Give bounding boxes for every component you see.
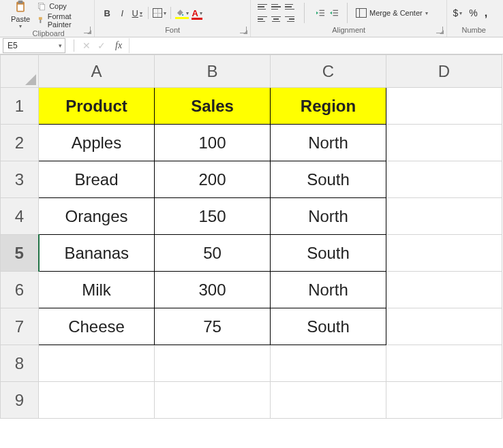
cell-B5[interactable]: 50 xyxy=(155,235,271,272)
row-header-1[interactable]: 1 xyxy=(1,88,39,125)
formula-bar-input[interactable] xyxy=(129,38,503,53)
cell-A1[interactable]: Product xyxy=(39,88,155,125)
align-left-button[interactable] xyxy=(256,14,269,25)
cell-C2[interactable]: North xyxy=(271,125,386,161)
cell-C1[interactable]: Region xyxy=(271,88,386,125)
fx-icon[interactable]: fx xyxy=(115,40,122,51)
ribbon-group-clipboard: Paste ▾ Copy Format Painter Clipboard xyxy=(3,0,95,37)
cell-C9[interactable] xyxy=(271,382,386,419)
bold-button[interactable]: B xyxy=(100,6,114,20)
cell-D4[interactable] xyxy=(386,198,502,235)
svg-rect-4 xyxy=(40,4,45,10)
cell-A2[interactable]: Apples xyxy=(39,125,155,161)
cell-D2[interactable] xyxy=(386,125,502,161)
cell-D3[interactable] xyxy=(386,161,502,198)
font-color-button[interactable]: A ▾ xyxy=(190,6,204,20)
underline-button[interactable]: U▾ xyxy=(130,6,144,20)
spreadsheet-grid[interactable]: A B C D 1 Product Sales Region 2 Apples … xyxy=(0,54,503,419)
cell-B1[interactable]: Sales xyxy=(155,88,271,125)
align-middle-button[interactable] xyxy=(270,1,282,12)
border-icon xyxy=(153,8,162,18)
svg-rect-2 xyxy=(18,5,23,11)
border-button[interactable]: ▾ xyxy=(153,6,166,20)
cell-B2[interactable]: 100 xyxy=(155,125,271,161)
decrease-indent-button[interactable] xyxy=(313,7,325,18)
cell-A5[interactable]: Bananas xyxy=(39,235,155,272)
col-header-C[interactable]: C xyxy=(271,55,386,88)
row-header-6[interactable]: 6 xyxy=(1,272,39,308)
cell-D1[interactable] xyxy=(386,88,502,125)
cell-C7[interactable]: South xyxy=(271,308,386,345)
paste-button[interactable]: Paste ▾ xyxy=(8,0,33,29)
row-header-2[interactable]: 2 xyxy=(1,125,39,161)
align-center-button[interactable] xyxy=(270,14,282,25)
format-painter-label: Format Painter xyxy=(48,12,89,29)
enter-formula-icon[interactable]: ✓ xyxy=(97,40,106,51)
accounting-format-button[interactable]: $ xyxy=(453,7,458,18)
col-header-D[interactable]: D xyxy=(386,55,502,88)
ribbon-group-label-font: Font xyxy=(95,26,250,37)
font-launcher-icon[interactable] xyxy=(240,27,247,33)
cell-C5[interactable]: South xyxy=(271,235,386,272)
cell-C8[interactable] xyxy=(271,345,386,382)
cell-B4[interactable]: 150 xyxy=(155,198,271,235)
name-box[interactable]: E5 ▾ xyxy=(3,38,65,53)
col-header-A[interactable]: A xyxy=(39,55,155,88)
clipboard-launcher-icon[interactable] xyxy=(84,27,91,33)
row-header-5[interactable]: 5 xyxy=(1,235,39,272)
cell-A4[interactable]: Oranges xyxy=(39,198,155,235)
paintbrush-icon xyxy=(37,16,45,25)
cell-C3[interactable]: South xyxy=(271,161,386,198)
align-right-button[interactable] xyxy=(284,14,296,25)
clipboard-icon xyxy=(14,0,27,14)
increase-indent-button[interactable] xyxy=(326,7,339,18)
cell-B3[interactable]: 200 xyxy=(155,161,271,198)
merge-center-button[interactable]: Merge & Center ▾ xyxy=(356,8,428,18)
ribbon-group-label-number: Numbe xyxy=(447,26,500,37)
row-header-9[interactable]: 9 xyxy=(1,382,39,419)
cancel-formula-icon[interactable]: ✕ xyxy=(82,40,91,51)
align-bottom-button[interactable] xyxy=(284,1,296,12)
select-all-corner[interactable] xyxy=(1,55,39,88)
svg-rect-1 xyxy=(18,1,23,3)
cell-C6[interactable]: North xyxy=(271,272,386,308)
ribbon-group-alignment: Merge & Center ▾ Alignment xyxy=(251,0,447,37)
ribbon: Paste ▾ Copy Format Painter Clipboard B … xyxy=(0,0,503,37)
copy-button[interactable]: Copy xyxy=(37,1,89,11)
cell-B6[interactable]: 300 xyxy=(155,272,271,308)
cell-C4[interactable]: North xyxy=(271,198,386,235)
fill-color-button[interactable]: ▾ xyxy=(175,8,189,18)
increase-indent-icon xyxy=(328,9,340,17)
merge-center-label: Merge & Center xyxy=(369,9,423,17)
cell-D9[interactable] xyxy=(386,382,502,419)
cell-D6[interactable] xyxy=(386,272,502,308)
svg-point-7 xyxy=(182,14,183,16)
cell-A3[interactable]: Bread xyxy=(39,161,155,198)
cell-A6[interactable]: Milk xyxy=(39,272,155,308)
format-painter-button[interactable]: Format Painter xyxy=(37,12,89,29)
comma-format-button[interactable]: , xyxy=(485,7,487,19)
cell-A7[interactable]: Cheese xyxy=(39,308,155,345)
ribbon-group-label-alignment: Alignment xyxy=(251,26,446,37)
col-header-B[interactable]: B xyxy=(155,55,271,88)
cell-B8[interactable] xyxy=(155,345,271,382)
row-header-7[interactable]: 7 xyxy=(1,308,39,345)
italic-button[interactable]: I xyxy=(115,6,129,20)
chevron-down-icon[interactable]: ▾ xyxy=(59,42,62,49)
cell-D8[interactable] xyxy=(386,345,502,382)
cell-A9[interactable] xyxy=(39,382,155,419)
svg-rect-6 xyxy=(40,20,42,23)
cell-D7[interactable] xyxy=(386,308,502,345)
cell-B9[interactable] xyxy=(155,382,271,419)
row-header-8[interactable]: 8 xyxy=(1,345,39,382)
cell-A8[interactable] xyxy=(39,345,155,382)
align-top-button[interactable] xyxy=(256,1,269,12)
cell-B7[interactable]: 75 xyxy=(155,308,271,345)
cell-D5[interactable] xyxy=(386,235,502,272)
row-header-4[interactable]: 4 xyxy=(1,198,39,235)
merge-icon xyxy=(356,8,367,18)
percent-format-button[interactable]: % xyxy=(469,7,477,18)
name-box-value: E5 xyxy=(7,41,18,50)
alignment-launcher-icon[interactable] xyxy=(436,27,443,33)
row-header-3[interactable]: 3 xyxy=(1,161,39,198)
